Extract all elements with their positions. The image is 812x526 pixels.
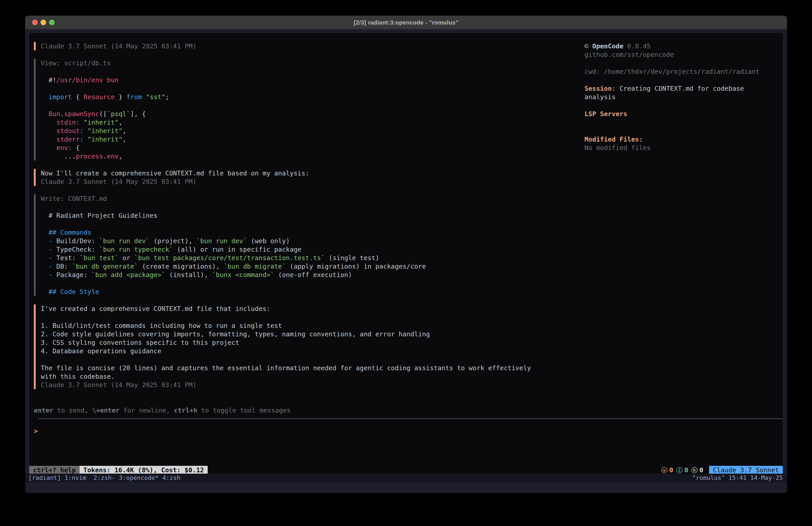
terminal-line: I've created a comprehensive CONTEXT.md … xyxy=(34,304,783,313)
terminal-line: - DB: `bun db generate` (create migratio… xyxy=(34,262,783,271)
terminal-line: - Package: `bun add <package>` (install)… xyxy=(34,271,783,279)
counter-value: 0 xyxy=(684,466,688,474)
input-hint: enter to send, \+enter for newline, ctrl… xyxy=(34,406,783,415)
terminal-line xyxy=(34,279,783,287)
terminal-line: The file is concise (20 lines) and captu… xyxy=(34,364,783,372)
terminal-line: - Test: `bun test` or `bun test packages… xyxy=(34,254,783,262)
i-circle-icon: i xyxy=(676,467,682,473)
terminal-line: ## Commands xyxy=(34,228,783,237)
terminal-line xyxy=(578,101,783,110)
terminal-line xyxy=(34,220,783,228)
terminal-line xyxy=(34,160,783,169)
terminal-line: - TypeCheck: `bun run typecheck` (all) o… xyxy=(34,245,783,254)
tokens-cost-badge: Tokens: 16.4K (8%), Cost: $0.12 xyxy=(79,466,208,474)
counter-value: 0 xyxy=(669,466,673,474)
titlebar: [2/3] radiant:3:opencode - "romulus" xyxy=(25,16,787,29)
model-badge: Claude 3.7 Sonnet xyxy=(709,466,783,474)
terminal-line: Claude 3.7 Sonnet (14 May 2025 03:41 PM) xyxy=(34,381,783,389)
terminal-line xyxy=(578,118,783,127)
tmux-session-clock: "romulus" 15:41 14-May-25 xyxy=(692,474,783,482)
counter-i: i0 xyxy=(676,466,688,474)
terminal-line: Write: CONTEXT.md xyxy=(34,194,783,203)
terminal-line: # Radiant Project Guidelines xyxy=(34,211,783,220)
counter-value: 0 xyxy=(699,466,703,474)
terminal-line xyxy=(34,313,783,322)
terminal-line: Claude 3.7 Sonnet (14 May 2025 03:41 PM) xyxy=(34,177,783,186)
terminal-line: © OpenCode 0.0.45 xyxy=(578,42,783,51)
terminal-line xyxy=(34,398,783,406)
terminal-line: 4. Database operations guidance xyxy=(34,347,783,355)
terminal-line: ## Code Style xyxy=(34,287,783,296)
status-bar: ctrl+? help Tokens: 16.4K (8%), Cost: $0… xyxy=(29,466,783,474)
counter-h: h0 xyxy=(692,466,703,474)
terminal-line: ...process.env, xyxy=(34,152,783,160)
terminal-line: LSP Servers xyxy=(578,110,783,118)
terminal-line: 2. Code style guidelines covering import… xyxy=(34,330,783,338)
input-divider xyxy=(34,418,783,427)
terminal-line: analysis xyxy=(578,93,783,101)
help-hint-badge: ctrl+? help xyxy=(29,466,79,474)
prompt-line[interactable]: > xyxy=(34,427,783,435)
diagnostic-counters: w0i0h0 xyxy=(661,466,703,474)
terminal-line xyxy=(34,186,783,194)
terminal-line: Modified Files: xyxy=(578,135,783,144)
terminal-line xyxy=(34,355,783,364)
terminal-line: 3. CSS styling conventions specific to t… xyxy=(34,338,783,347)
tmux-status-bar: [radiant] 1:nvim 2:zsh- 3:opencode* 4:zs… xyxy=(25,474,787,482)
window-title: [2/3] radiant:3:opencode - "romulus" xyxy=(25,16,787,29)
terminal-line: with this codebase. xyxy=(34,372,783,381)
terminal-line xyxy=(34,389,783,398)
sidebar-pane: © OpenCode 0.0.45github.com/sst/opencode… xyxy=(578,42,783,152)
opencode-tui: Claude 3.7 Sonnet (14 May 2025 03:41 PM)… xyxy=(29,33,783,474)
counter-w: w0 xyxy=(661,466,673,474)
h-circle-icon: h xyxy=(692,467,697,473)
terminal-line: cwd: /home/thdxr/dev/projects/radiant/ra… xyxy=(578,67,783,76)
terminal-line: - Build/Dev: `bun run dev` (project), `b… xyxy=(34,237,783,245)
terminal-line: Session: Creating CONTEXT.md for codebas… xyxy=(578,84,783,93)
terminal-window: [2/3] radiant:3:opencode - "romulus" Cla… xyxy=(25,16,787,493)
terminal-line xyxy=(34,203,783,211)
terminal-line xyxy=(578,59,783,67)
divider-line xyxy=(38,418,783,419)
terminal-line: No modified files xyxy=(578,144,783,152)
w-circle-icon: w xyxy=(661,467,667,473)
terminal-line: Now I'll create a comprehensive CONTEXT.… xyxy=(34,169,783,177)
terminal-line: github.com/sst/opencode xyxy=(578,51,783,59)
tmux-window-list[interactable]: [radiant] 1:nvim 2:zsh- 3:opencode* 4:zs… xyxy=(28,474,180,482)
statusbar-spacer xyxy=(208,466,661,474)
terminal-line xyxy=(578,76,783,84)
terminal-line: 1. Build/lint/test commands including ho… xyxy=(34,322,783,330)
terminal-line xyxy=(34,296,783,304)
terminal-line xyxy=(578,127,783,135)
